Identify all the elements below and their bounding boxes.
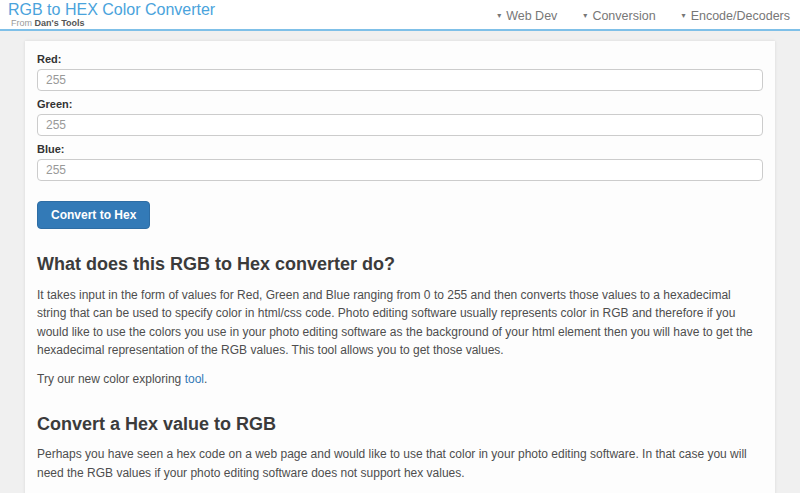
red-input[interactable] — [37, 69, 763, 91]
blue-label: Blue: — [37, 143, 763, 155]
try-tool-line: Try our new color exploring tool. — [37, 370, 763, 389]
green-input[interactable] — [37, 114, 763, 136]
hex-to-rgb-heading: Convert a Hex value to RGB — [37, 414, 763, 436]
try-tool-suffix: . — [204, 372, 207, 386]
red-label: Red: — [37, 53, 763, 65]
green-label: Green: — [37, 98, 763, 110]
brand-name: Dan's Tools — [35, 18, 85, 28]
caret-down-icon: ▾ — [682, 12, 686, 20]
nav-item-web-dev[interactable]: ▾ Web Dev — [497, 9, 557, 23]
nav-item-label: Conversion — [592, 9, 655, 23]
blue-input[interactable] — [37, 159, 763, 181]
caret-down-icon: ▾ — [583, 12, 587, 20]
site-header: RGB to HEX Color Converter From Dan's To… — [0, 0, 800, 31]
try-tool-text: Try our new color exploring — [37, 372, 185, 386]
color-exploring-tool-link[interactable]: tool — [185, 372, 204, 386]
nav-item-label: Encode/Decoders — [691, 9, 790, 23]
converter-card: Red: Green: Blue: Convert to Hex What do… — [25, 41, 775, 493]
top-nav: ▾ Web Dev ▾ Conversion ▾ Encode/Decoders — [497, 0, 790, 31]
subtitle-from-label: From — [11, 18, 32, 28]
nav-item-encode-decoders[interactable]: ▾ Encode/Decoders — [682, 9, 790, 23]
nav-item-label: Web Dev — [506, 9, 557, 23]
nav-item-conversion[interactable]: ▾ Conversion — [583, 9, 655, 23]
caret-down-icon: ▾ — [497, 12, 501, 20]
convert-to-hex-button[interactable]: Convert to Hex — [37, 201, 150, 229]
about-paragraph: It takes input in the form of values for… — [37, 286, 763, 360]
about-heading: What does this RGB to Hex converter do? — [37, 254, 763, 276]
hex-to-rgb-paragraph: Perhaps you have seen a hex code on a we… — [37, 445, 763, 482]
